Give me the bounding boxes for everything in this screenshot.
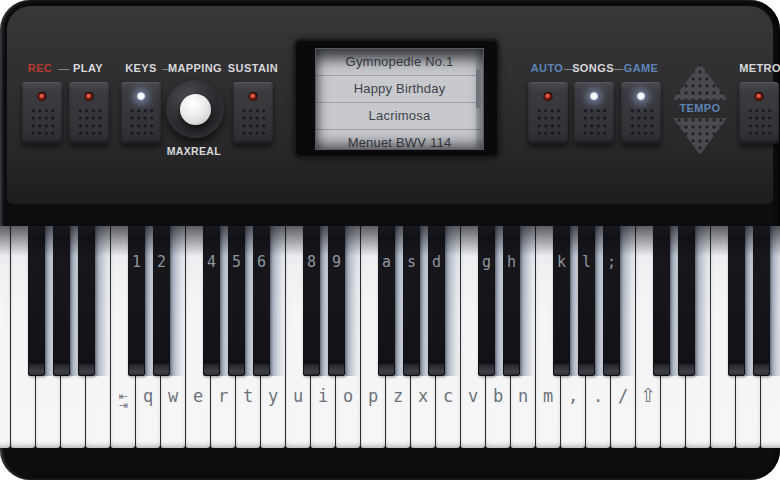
display-scrollbar-thumb[interactable] — [476, 69, 481, 108]
rec-label: REC — [28, 62, 52, 74]
metro-button[interactable] — [739, 82, 779, 144]
black-key-front-face — [404, 364, 419, 375]
black-key-front-face — [129, 364, 144, 375]
label-separator: — — [612, 62, 623, 74]
piano-app: REC — PLAY KEYS — MAPPING SUSTAIN AUTO —… — [0, 0, 780, 480]
white-key-label: x — [411, 386, 435, 406]
songs-led-indicator — [590, 92, 599, 101]
mapping-knob[interactable] — [166, 80, 224, 138]
black-key-label: h — [503, 253, 520, 271]
song-list-item[interactable]: Happy Birthday — [316, 76, 483, 103]
sustain-button[interactable] — [233, 82, 273, 144]
songs-button[interactable] — [574, 82, 614, 144]
tempo-down-button[interactable] — [673, 118, 727, 155]
black-key-label: ; — [603, 253, 620, 271]
black-key[interactable]: g — [478, 226, 495, 376]
black-key-front-face — [29, 364, 44, 375]
mapping-knob-cap — [180, 94, 211, 125]
button-dot-grid — [628, 106, 654, 136]
white-key-label: , — [561, 386, 585, 406]
black-key-label: 4 — [203, 253, 220, 271]
black-key[interactable] — [753, 226, 770, 376]
auto-led-indicator — [544, 92, 553, 101]
button-dot-grid — [581, 106, 607, 136]
black-key[interactable] — [653, 226, 670, 376]
black-key[interactable] — [28, 226, 45, 376]
black-key[interactable]: 8 — [303, 226, 320, 376]
mapping-label: MAPPING — [168, 62, 222, 74]
black-key[interactable] — [78, 226, 95, 376]
song-list-item[interactable]: Menuet BWV 114 — [316, 130, 483, 150]
knob-real-label: REAL — [191, 145, 221, 157]
black-key[interactable]: l — [578, 226, 595, 376]
black-key[interactable] — [53, 226, 70, 376]
black-key[interactable]: s — [403, 226, 420, 376]
white-key-label: y — [261, 386, 285, 406]
keys-label: KEYS — [125, 62, 157, 74]
auto-button[interactable] — [528, 82, 568, 144]
black-key-front-face — [54, 364, 69, 375]
songs-label: SONGS — [572, 62, 614, 74]
black-key-front-face — [554, 364, 569, 375]
black-key-front-face — [154, 364, 169, 375]
knob-max-label: MAX — [167, 145, 192, 157]
display-scrollbar[interactable] — [476, 52, 481, 146]
game-button[interactable] — [621, 82, 661, 144]
play-button[interactable] — [69, 82, 109, 144]
black-key[interactable] — [678, 226, 695, 376]
black-key[interactable]: 5 — [228, 226, 245, 376]
black-key-label: 5 — [228, 253, 245, 271]
white-key-label: ⇤ ⇥ — [111, 392, 135, 410]
white-key-label: i — [311, 386, 335, 406]
white-key-label: o — [336, 386, 360, 406]
white-key-label: z — [386, 386, 410, 406]
black-key[interactable]: h — [503, 226, 520, 376]
song-list-item[interactable]: Lacrimosa — [316, 103, 483, 130]
song-list-item[interactable]: Gymnopedie No.1 — [316, 49, 483, 76]
tempo-label: TEMPO — [679, 102, 720, 114]
keys-led-indicator — [137, 92, 146, 101]
black-key[interactable]: 1 — [128, 226, 145, 376]
black-key-label: g — [478, 253, 495, 271]
song-list-screen: Gymnopedie No.1Happy BirthdayLacrimosaMe… — [315, 48, 484, 150]
black-key-front-face — [79, 364, 94, 375]
white-key-label: u — [286, 386, 310, 406]
black-key-label: k — [553, 253, 570, 271]
button-dot-grid — [128, 106, 154, 136]
black-key-front-face — [579, 364, 594, 375]
black-key-front-face — [504, 364, 519, 375]
black-key[interactable]: 2 — [153, 226, 170, 376]
black-key[interactable]: k — [553, 226, 570, 376]
black-key-front-face — [479, 364, 494, 375]
button-dot-grid — [535, 106, 561, 136]
label-separator: — — [58, 62, 69, 74]
black-key-front-face — [604, 364, 619, 375]
control-panel: REC — PLAY KEYS — MAPPING SUSTAIN AUTO —… — [7, 6, 773, 204]
black-key-front-face — [204, 364, 219, 375]
black-key[interactable]: 9 — [328, 226, 345, 376]
rec-button[interactable] — [22, 82, 62, 144]
metro-label: METRO — [739, 62, 780, 74]
white-key-label: p — [361, 386, 385, 406]
song-display: Gymnopedie No.1Happy BirthdayLacrimosaMe… — [294, 39, 499, 158]
song-list: Gymnopedie No.1Happy BirthdayLacrimosaMe… — [316, 49, 483, 150]
white-key-label: c — [436, 386, 460, 406]
black-key[interactable]: 6 — [253, 226, 270, 376]
button-dot-grid — [76, 106, 102, 136]
button-dot-grid — [240, 106, 266, 136]
black-key[interactable]: 4 — [203, 226, 220, 376]
black-key-label: 9 — [328, 253, 345, 271]
rec-led-indicator — [38, 92, 47, 101]
keys-button[interactable] — [121, 82, 161, 144]
black-key[interactable]: a — [378, 226, 395, 376]
game-label: GAME — [624, 62, 659, 74]
black-key[interactable]: ; — [603, 226, 620, 376]
black-key-front-face — [754, 364, 769, 375]
black-key[interactable]: d — [428, 226, 445, 376]
black-key[interactable] — [728, 226, 745, 376]
white-key[interactable] — [0, 226, 10, 448]
black-key-label: 8 — [303, 253, 320, 271]
white-key-label: . — [586, 386, 610, 406]
black-key-label: a — [378, 253, 395, 271]
tempo-up-button[interactable] — [673, 63, 727, 100]
